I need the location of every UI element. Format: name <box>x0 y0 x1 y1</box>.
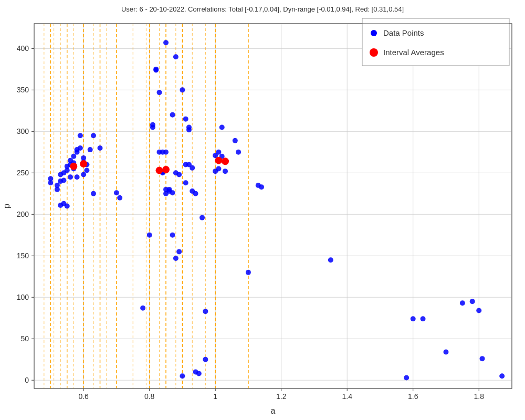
data-point <box>183 180 188 185</box>
data-point <box>216 166 221 171</box>
interval-average-point <box>162 166 170 173</box>
data-point <box>443 350 448 355</box>
data-point <box>180 373 185 379</box>
data-point <box>78 145 83 151</box>
data-point <box>117 195 122 201</box>
data-point <box>470 299 475 304</box>
data-point <box>163 40 169 45</box>
data-point <box>78 133 83 138</box>
data-point <box>499 373 505 379</box>
data-point <box>193 191 198 196</box>
data-point <box>170 233 175 238</box>
y-tick-label: 350 <box>17 86 29 94</box>
data-point <box>480 356 485 361</box>
data-point <box>153 67 159 72</box>
x-tick-label: 0.6 <box>78 392 89 401</box>
data-point <box>328 257 333 262</box>
data-point <box>91 191 96 196</box>
data-point <box>216 150 221 155</box>
chart-title: User: 6 - 20-10-2022. Correlations: Tota… <box>121 5 404 13</box>
data-point <box>196 371 202 376</box>
data-point <box>48 176 53 181</box>
data-point <box>88 147 93 152</box>
x-tick-label: 1.6 <box>408 392 418 401</box>
interval-average-point <box>70 163 77 170</box>
data-point <box>98 145 103 151</box>
data-point <box>150 122 155 128</box>
y-tick-label: 150 <box>17 251 29 260</box>
data-point <box>170 190 175 195</box>
data-point <box>68 174 73 180</box>
x-tick-label: 1.4 <box>342 392 352 401</box>
data-point <box>233 138 238 143</box>
data-point <box>200 215 205 220</box>
x-axis-label: a <box>271 406 276 415</box>
data-point <box>173 54 178 59</box>
data-point <box>476 308 481 313</box>
legend-data-points-icon <box>371 30 377 36</box>
data-point <box>156 90 162 95</box>
legend-data-points-label: Data Points <box>383 28 424 37</box>
interval-average-point <box>222 158 229 165</box>
data-point <box>176 249 182 254</box>
data-point <box>75 174 80 180</box>
data-point <box>421 316 426 321</box>
interval-average-point <box>155 167 163 174</box>
data-point <box>65 204 70 209</box>
y-tick-label: 100 <box>17 293 29 301</box>
x-tick-label: 1.2 <box>276 392 287 401</box>
data-point <box>61 178 66 183</box>
y-tick-label: 50 <box>20 334 29 343</box>
data-point <box>259 184 264 190</box>
y-tick-label: 250 <box>17 169 29 177</box>
data-point <box>163 150 169 155</box>
data-point <box>180 87 185 92</box>
legend-interval-averages-icon <box>370 48 378 57</box>
y-tick-label: 200 <box>17 210 29 218</box>
data-point <box>140 306 145 311</box>
chart-container: 0.60.811.21.41.61.8050100150200250300350… <box>0 0 525 420</box>
data-point <box>246 270 251 275</box>
x-tick-label: 1 <box>213 392 217 401</box>
y-tick-label: 400 <box>17 44 29 52</box>
data-point <box>203 309 208 314</box>
x-tick-label: 0.8 <box>144 392 155 401</box>
data-point <box>183 117 188 122</box>
data-point <box>173 256 178 261</box>
data-point <box>236 150 241 155</box>
data-point <box>84 168 89 173</box>
data-point <box>176 172 182 177</box>
data-point <box>203 357 208 362</box>
y-tick-label: 0 <box>25 376 29 384</box>
interval-average-point <box>80 160 87 167</box>
data-point <box>404 375 409 380</box>
data-point <box>460 300 465 306</box>
data-point <box>219 124 225 130</box>
y-axis-label: p <box>2 204 11 208</box>
data-point <box>81 172 86 177</box>
data-point <box>55 183 60 188</box>
data-point <box>71 154 76 159</box>
data-point <box>190 165 195 171</box>
data-point <box>91 133 96 138</box>
data-point <box>170 112 175 118</box>
data-point <box>223 169 228 174</box>
data-point <box>81 155 86 161</box>
chart-area <box>34 24 512 388</box>
interval-average-point <box>215 157 222 164</box>
data-point <box>411 316 416 321</box>
data-point <box>186 124 192 130</box>
scatter-chart: 0.60.811.21.41.61.8050100150200250300350… <box>0 0 525 420</box>
x-tick-label: 1.8 <box>474 392 485 401</box>
y-tick-label: 300 <box>17 127 29 135</box>
data-point <box>147 233 152 238</box>
legend-box <box>362 18 509 66</box>
legend-interval-averages-label: Interval Averages <box>383 48 444 57</box>
data-point <box>114 190 119 195</box>
